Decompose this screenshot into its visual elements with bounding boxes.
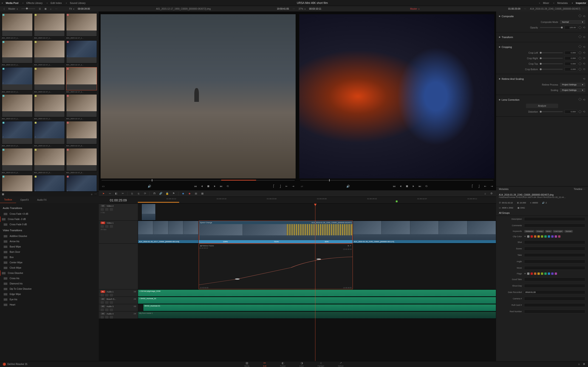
effect-item[interactable]: Cross Fade -3 dB (0, 217, 97, 222)
options-icon[interactable]: ⋯ (293, 8, 295, 10)
keyframe-icon[interactable] (578, 26, 582, 29)
solo-icon[interactable] (105, 316, 108, 319)
go-in-icon[interactable]: ⇤ (285, 185, 288, 188)
solo-icon[interactable] (105, 301, 108, 304)
timeline-clip-selected[interactable]: Speed ChangeA14_2016-01-28_2240_C0005_[0… (199, 221, 353, 243)
media-clip-thumb[interactable]: ♪ (66, 175, 97, 191)
fit-mode[interactable]: Fit (69, 8, 74, 10)
metadata-view-select[interactable]: Timeline (574, 188, 582, 190)
effect-item[interactable]: Box (2, 255, 97, 260)
mark-out-icon[interactable]: ⎦ (279, 185, 282, 188)
effect-item[interactable]: Center Wipe (2, 260, 97, 265)
color-swatch[interactable] (544, 273, 547, 275)
loop-icon[interactable]: ⟲ (226, 185, 229, 188)
keyframe-icon[interactable] (578, 45, 582, 48)
lock-icon[interactable] (101, 294, 104, 297)
keyframe-icon[interactable] (578, 35, 582, 38)
expand-icon[interactable]: ⟨ (4, 8, 5, 10)
color-swatch[interactable] (548, 273, 550, 275)
options-icon[interactable]: ⋯ (582, 8, 584, 10)
volume-icon[interactable]: 🔊 (148, 185, 151, 188)
color-swatch[interactable] (551, 273, 553, 275)
color-swatch[interactable] (527, 235, 529, 238)
timeline-clip[interactable] (141, 204, 156, 220)
reset-icon[interactable]: ⟲ (583, 35, 585, 39)
effect-item[interactable]: Diamond Iris (2, 281, 97, 286)
media-clip-thumb[interactable]: ♪ (34, 121, 65, 144)
page-fusion[interactable]: ◐Fusion (280, 361, 286, 367)
metadata-input[interactable] (524, 284, 585, 288)
auto-select-icon[interactable] (105, 208, 108, 211)
keyword-chip[interactable]: Grassy (536, 230, 544, 233)
keyword-chip[interactable]: Wetlands (524, 230, 535, 233)
metadata-input[interactable] (524, 297, 585, 300)
track-head-a3[interactable]: A3Audio 32.0 (99, 304, 138, 311)
effects-tab-toolbox[interactable]: Toolbox (0, 197, 16, 203)
track-content-a4[interactable]: city from inside 1 (138, 311, 496, 319)
metadata-input[interactable] (524, 266, 585, 270)
topbar-sound-library[interactable]: ▫Sound Library (66, 2, 86, 4)
effect-item[interactable]: Cross Iris (2, 276, 97, 281)
stop-icon[interactable] (405, 185, 409, 188)
media-clip-thumb[interactable]: ♪ (2, 121, 33, 144)
topbar-metadata[interactable]: ▫Metadata (553, 2, 568, 4)
media-clip-thumb[interactable]: ♪ (34, 175, 65, 191)
media-clip-thumb[interactable]: ♪ (66, 148, 97, 171)
metadata-input[interactable] (524, 253, 585, 257)
metadata-input[interactable] (524, 277, 585, 281)
distortion-slider[interactable] (540, 111, 563, 112)
media-clip-thumb[interactable]: ♪ (34, 13, 65, 36)
effect-item[interactable]: Edge Wipe (2, 292, 97, 297)
effect-item[interactable]: Barn Door (2, 249, 97, 255)
match-frame-icon[interactable]: ▭ (102, 185, 105, 188)
track-head-v1[interactable]: V1Video 1 20 Clips (99, 221, 138, 243)
search-icon[interactable]: ⌕ (91, 193, 93, 195)
keyframe-icon[interactable] (578, 62, 582, 65)
options-icon[interactable]: ⋯ (55, 8, 57, 10)
curve-edit-icon[interactable]: ↗ (350, 245, 351, 247)
crop-value[interactable]: 0.000 (565, 51, 577, 55)
prev-edit-icon[interactable]: ⏮ (393, 185, 396, 188)
track-head-a2[interactable]: A2Beach S...2.0 (99, 297, 138, 304)
composite-mode-select[interactable]: Normal▾ (560, 20, 585, 24)
media-clip-thumb[interactable]: ♪ (2, 175, 33, 191)
media-clip-thumb[interactable]: ♪ (34, 94, 65, 117)
color-swatch[interactable] (555, 235, 557, 238)
go-out-icon[interactable]: ⇥ (292, 185, 295, 188)
metadata-input[interactable] (524, 247, 585, 250)
color-swatch[interactable] (558, 235, 561, 238)
link-icon[interactable]: 🔗 (159, 192, 163, 195)
color-swatch[interactable] (531, 235, 533, 238)
timeline-clip[interactable]: A14_2016-01-28_2217_C0000_[000000-001163… (138, 221, 199, 243)
effect-item[interactable]: Heart (2, 302, 97, 307)
track-head-a4[interactable]: A4Audio 42.9 (99, 311, 138, 319)
color-swatch[interactable] (534, 273, 536, 275)
keyframe-icon[interactable] (578, 14, 582, 17)
list-view-icon[interactable]: ☰ (39, 8, 41, 10)
color-swatch[interactable] (537, 235, 540, 238)
opacity-value[interactable]: 100.00 (565, 26, 577, 29)
loop-icon[interactable]: ⟲ (425, 185, 428, 188)
timeline-clip[interactable]: A14_2016-01-28_2155_C0003_[000000-001127… (353, 221, 496, 243)
keyframe-icon[interactable] (578, 98, 582, 101)
media-clip-thumb[interactable]: ♪ (66, 121, 97, 144)
analyze-button[interactable]: Analyze (526, 104, 558, 108)
mute-icon[interactable] (110, 294, 113, 297)
color-swatch[interactable] (548, 235, 550, 238)
disable-icon[interactable] (110, 225, 113, 228)
keyframe-icon[interactable] (578, 51, 582, 54)
zoom-icon[interactable]: ⊕ (347, 245, 349, 247)
mark-in-icon[interactable]: ⎡ (272, 185, 275, 188)
flag-icon[interactable]: ⚑ (172, 192, 175, 195)
selection-tool-icon[interactable]: ➤ (102, 192, 105, 195)
media-clip-thumb[interactable]: ♪ (66, 40, 97, 64)
next-edit-icon[interactable]: ⏭ (418, 185, 422, 188)
transform-mode-icon[interactable]: ▱ (300, 185, 303, 188)
media-clip-thumb[interactable]: ♪ (2, 94, 33, 117)
reset-icon[interactable]: ⟲ (583, 77, 585, 81)
solo-icon[interactable] (105, 309, 108, 311)
settings-icon[interactable]: ⚙ (583, 363, 585, 366)
source-scrubber[interactable] (99, 178, 297, 182)
replace-icon[interactable]: ⟳ (143, 192, 147, 195)
grid-view-icon[interactable]: ⊞ (44, 8, 46, 10)
